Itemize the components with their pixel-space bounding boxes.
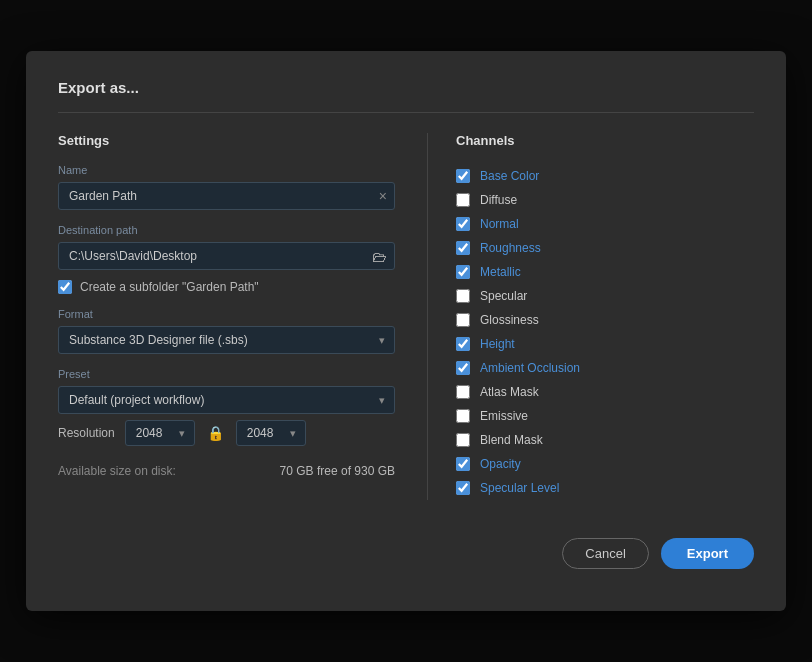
channels-list: Base ColorDiffuseNormalRoughnessMetallic…: [456, 164, 754, 500]
subfolder-checkbox-row: Create a subfolder "Garden Path": [58, 280, 395, 294]
channel-checkbox[interactable]: [456, 313, 470, 327]
resolution-height-wrapper: 128 256 512 1024 2048 4096 ▾: [236, 420, 306, 446]
channel-name[interactable]: Normal: [480, 217, 519, 231]
destination-label: Destination path: [58, 224, 395, 236]
format-label: Format: [58, 308, 395, 320]
format-select[interactable]: Substance 3D Designer file (.sbs) PNG JP…: [58, 326, 395, 354]
channel-name[interactable]: Diffuse: [480, 193, 517, 207]
resolution-label: Resolution: [58, 426, 115, 440]
export-button[interactable]: Export: [661, 538, 754, 569]
channel-checkbox[interactable]: [456, 337, 470, 351]
name-clear-button[interactable]: ×: [379, 189, 387, 203]
channel-checkbox[interactable]: [456, 409, 470, 423]
lock-icon: 🔒: [205, 425, 226, 441]
dialog-title: Export as...: [58, 79, 754, 96]
dialog-footer: Cancel Export: [58, 528, 754, 569]
channel-item: Ambient Occlusion: [456, 356, 754, 380]
channel-checkbox[interactable]: [456, 193, 470, 207]
resolution-width-wrapper: 128 256 512 1024 2048 4096 ▾: [125, 420, 195, 446]
cancel-button[interactable]: Cancel: [562, 538, 648, 569]
name-input-wrapper: ×: [58, 182, 395, 210]
channels-title: Channels: [456, 133, 754, 148]
folder-browse-button[interactable]: 🗁: [372, 248, 387, 265]
channel-checkbox[interactable]: [456, 361, 470, 375]
channel-name[interactable]: Height: [480, 337, 515, 351]
name-label: Name: [58, 164, 395, 176]
overlay: Export as... Settings Name × Destination…: [0, 0, 812, 662]
export-dialog: Export as... Settings Name × Destination…: [26, 51, 786, 611]
destination-input[interactable]: [58, 242, 395, 270]
channel-item: Height: [456, 332, 754, 356]
channel-item: Atlas Mask: [456, 380, 754, 404]
channel-name[interactable]: Specular: [480, 289, 527, 303]
channel-item: Opacity: [456, 452, 754, 476]
channel-item: Glossiness: [456, 308, 754, 332]
divider: [58, 112, 754, 113]
channel-checkbox[interactable]: [456, 481, 470, 495]
channel-checkbox[interactable]: [456, 217, 470, 231]
name-input[interactable]: [58, 182, 395, 210]
channel-name[interactable]: Glossiness: [480, 313, 539, 327]
channel-checkbox[interactable]: [456, 457, 470, 471]
channel-checkbox[interactable]: [456, 385, 470, 399]
settings-panel: Settings Name × Destination path 🗁 Creat…: [58, 133, 428, 500]
channel-name[interactable]: Base Color: [480, 169, 539, 183]
channel-name[interactable]: Blend Mask: [480, 433, 543, 447]
channel-name[interactable]: Emissive: [480, 409, 528, 423]
channel-item: Normal: [456, 212, 754, 236]
channel-item: Blend Mask: [456, 428, 754, 452]
channel-checkbox[interactable]: [456, 289, 470, 303]
channel-item: Metallic: [456, 260, 754, 284]
dialog-body: Settings Name × Destination path 🗁 Creat…: [58, 133, 754, 500]
channel-checkbox[interactable]: [456, 169, 470, 183]
channel-name[interactable]: Specular Level: [480, 481, 559, 495]
resolution-row: Resolution 128 256 512 1024 2048 4096 ▾ …: [58, 420, 395, 446]
channel-name[interactable]: Opacity: [480, 457, 521, 471]
settings-title: Settings: [58, 133, 395, 148]
channel-item: Emissive: [456, 404, 754, 428]
disk-info-label: Available size on disk:: [58, 464, 176, 478]
channel-item: Roughness: [456, 236, 754, 260]
channel-item: Base Color: [456, 164, 754, 188]
destination-input-wrapper: 🗁: [58, 242, 395, 270]
channel-name[interactable]: Atlas Mask: [480, 385, 539, 399]
resolution-height-select[interactable]: 128 256 512 1024 2048 4096: [236, 420, 306, 446]
format-select-wrapper: Substance 3D Designer file (.sbs) PNG JP…: [58, 326, 395, 354]
preset-label: Preset: [58, 368, 395, 380]
channel-name[interactable]: Metallic: [480, 265, 521, 279]
channel-item: Specular: [456, 284, 754, 308]
channel-checkbox[interactable]: [456, 265, 470, 279]
resolution-width-select[interactable]: 128 256 512 1024 2048 4096: [125, 420, 195, 446]
preset-select[interactable]: Default (project workflow) Custom: [58, 386, 395, 414]
channels-panel: Channels Base ColorDiffuseNormalRoughnes…: [428, 133, 754, 500]
subfolder-label[interactable]: Create a subfolder "Garden Path": [80, 280, 259, 294]
channel-checkbox[interactable]: [456, 241, 470, 255]
disk-info-row: Available size on disk: 70 GB free of 93…: [58, 464, 395, 478]
channel-item: Diffuse: [456, 188, 754, 212]
channel-checkbox[interactable]: [456, 433, 470, 447]
disk-info-value: 70 GB free of 930 GB: [280, 464, 395, 478]
subfolder-checkbox[interactable]: [58, 280, 72, 294]
channel-name[interactable]: Ambient Occlusion: [480, 361, 580, 375]
preset-select-wrapper: Default (project workflow) Custom ▾: [58, 386, 395, 414]
channel-item: Specular Level: [456, 476, 754, 500]
channel-name[interactable]: Roughness: [480, 241, 541, 255]
